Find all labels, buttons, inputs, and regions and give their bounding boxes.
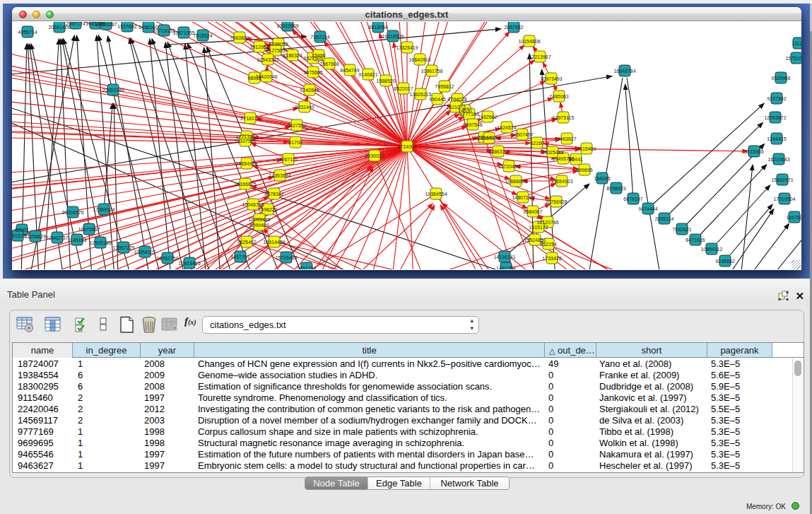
- svg-text:10046798: 10046798: [242, 202, 264, 207]
- svg-text:19654925: 19654925: [235, 161, 257, 166]
- svg-text:7357224: 7357224: [310, 35, 329, 40]
- svg-text:2087682: 2087682: [504, 25, 523, 30]
- svg-text:1481364: 1481364: [496, 266, 515, 270]
- svg-text:8938923: 8938923: [606, 186, 625, 191]
- svg-text:20756928: 20756928: [545, 199, 567, 204]
- svg-text:85001: 85001: [15, 228, 29, 233]
- svg-text:7485063: 7485063: [549, 94, 568, 99]
- svg-text:14136141: 14136141: [493, 255, 515, 259]
- svg-text:9127505: 9127505: [266, 48, 285, 53]
- svg-text:1588520: 1588520: [376, 78, 395, 83]
- svg-text:15716485: 15716485: [275, 255, 297, 260]
- svg-text:10154808: 10154808: [518, 39, 540, 44]
- svg-text:10025488: 10025488: [541, 150, 563, 155]
- svg-text:116753: 116753: [787, 215, 801, 220]
- svg-text:10975867: 10975867: [78, 227, 100, 232]
- svg-text:16120746: 16120746: [536, 220, 558, 225]
- svg-text:11123: 11123: [792, 41, 801, 46]
- svg-text:1733426: 1733426: [542, 256, 561, 261]
- svg-text:14353594: 14353594: [269, 173, 290, 178]
- svg-text:12923465: 12923465: [178, 261, 200, 266]
- svg-text:2935114: 2935114: [655, 216, 674, 221]
- svg-text:2386372: 2386372: [488, 149, 507, 154]
- svg-text:10688609: 10688609: [505, 179, 526, 184]
- svg-text:10671955: 10671955: [172, 30, 194, 35]
- svg-text:8186323: 8186323: [283, 53, 302, 58]
- svg-text:16099489: 16099489: [248, 217, 270, 222]
- svg-text:98916: 98916: [247, 76, 261, 81]
- svg-text:19384554: 19384554: [425, 192, 447, 197]
- svg-text:13626215: 13626215: [409, 92, 431, 97]
- svg-text:1244415: 1244415: [767, 136, 786, 141]
- svg-text:4055714: 4055714: [18, 30, 37, 35]
- svg-text:8031440: 8031440: [295, 105, 314, 110]
- svg-text:9427552: 9427552: [287, 123, 306, 128]
- svg-text:15720407: 15720407: [498, 164, 519, 169]
- svg-text:7663822: 7663822: [230, 35, 249, 40]
- svg-text:16782759: 16782759: [156, 256, 178, 261]
- svg-text:2718179: 2718179: [240, 116, 259, 121]
- svg-text:3875685: 3875685: [303, 70, 322, 75]
- svg-text:12505185: 12505185: [89, 240, 111, 245]
- svg-text:9463627: 9463627: [557, 136, 576, 141]
- svg-text:19218506: 19218506: [382, 34, 404, 39]
- svg-text:5226058: 5226058: [269, 42, 288, 47]
- svg-text:13975115: 13975115: [553, 115, 575, 120]
- svg-text:1498222: 1498222: [258, 207, 277, 212]
- svg-text:9777169: 9777169: [459, 112, 478, 117]
- svg-text:12093872: 12093872: [764, 115, 786, 120]
- svg-text:10654112: 10654112: [701, 247, 723, 252]
- svg-text:12213967: 12213967: [529, 54, 551, 59]
- svg-text:16210643: 16210643: [767, 157, 789, 162]
- svg-text:9474444: 9474444: [638, 206, 657, 211]
- svg-text:252254: 252254: [540, 242, 556, 247]
- svg-text:7625402: 7625402: [237, 240, 256, 245]
- svg-text:15466: 15466: [312, 53, 326, 58]
- svg-text:10961758: 10961758: [420, 69, 442, 74]
- svg-text:10507457: 10507457: [511, 132, 533, 137]
- svg-text:10543382: 10543382: [257, 57, 278, 62]
- svg-text:10033809: 10033809: [276, 23, 298, 28]
- svg-text:8454749: 8454749: [340, 68, 359, 73]
- svg-text:3215955: 3215955: [744, 149, 763, 154]
- svg-text:1724007: 1724007: [397, 144, 416, 149]
- svg-text:699695: 699695: [576, 168, 592, 173]
- svg-text:8471626: 8471626: [686, 238, 705, 243]
- svg-text:6497548: 6497548: [463, 122, 482, 127]
- svg-text:14807249: 14807249: [512, 195, 534, 200]
- svg-text:62160: 62160: [530, 141, 544, 146]
- svg-text:17359924: 17359924: [93, 207, 114, 212]
- svg-text:17010504: 17010504: [773, 197, 795, 201]
- svg-text:6879197: 6879197: [623, 197, 642, 201]
- svg-text:10973493: 10973493: [540, 76, 562, 81]
- svg-text:20053346: 20053346: [102, 88, 124, 93]
- svg-text:9457791: 9457791: [230, 255, 249, 259]
- svg-text:13325419: 13325419: [396, 45, 418, 50]
- svg-text:1527602: 1527602: [117, 24, 136, 29]
- svg-text:9115460: 9115460: [577, 146, 596, 151]
- svg-text:164095: 164095: [594, 176, 610, 181]
- svg-text:16914479: 16914479: [263, 240, 285, 245]
- svg-text:9242848: 9242848: [300, 88, 319, 93]
- svg-text:16648784: 16648784: [613, 69, 635, 74]
- svg-text:2097174: 2097174: [66, 22, 85, 26]
- svg-text:2530027: 2530027: [365, 153, 384, 158]
- svg-text:17957225: 17957225: [112, 245, 134, 250]
- svg-text:7955812: 7955812: [435, 84, 454, 89]
- svg-text:15692971: 15692971: [771, 177, 793, 182]
- svg-text:1615172: 1615172: [529, 225, 548, 230]
- svg-text:10653287: 10653287: [95, 22, 117, 27]
- svg-text:990445: 990445: [429, 97, 445, 102]
- svg-text:6099489: 6099489: [249, 223, 269, 228]
- svg-text:8878342: 8878342: [264, 192, 283, 197]
- svg-text:391513: 391513: [12, 233, 26, 238]
- svg-text:8322017: 8322017: [394, 86, 413, 91]
- svg-text:20206576: 20206576: [61, 210, 83, 215]
- svg-text:80441: 80441: [569, 157, 583, 162]
- svg-text:11156829: 11156829: [25, 234, 46, 239]
- svg-text:20164436: 20164436: [478, 136, 500, 141]
- svg-text:15751074: 15751074: [785, 56, 801, 61]
- svg-text:41700: 41700: [288, 140, 302, 145]
- svg-text:7632621: 7632621: [672, 227, 691, 232]
- svg-text:9794028: 9794028: [447, 97, 466, 102]
